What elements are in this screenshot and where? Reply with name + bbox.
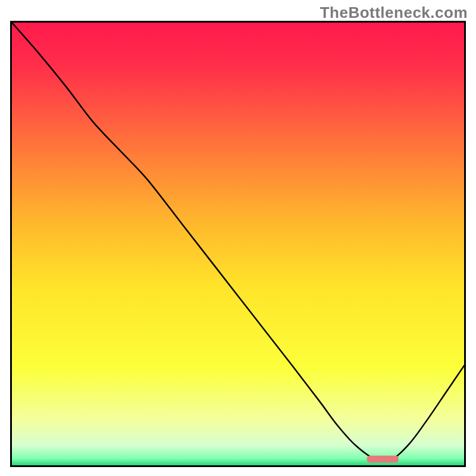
chart-plot: [12, 23, 464, 465]
chart-container: TheBottleneck.com: [0, 0, 476, 476]
chart-background: [12, 23, 464, 465]
watermark-text: TheBottleneck.com: [320, 4, 468, 22]
optimal-marker: [367, 456, 399, 463]
